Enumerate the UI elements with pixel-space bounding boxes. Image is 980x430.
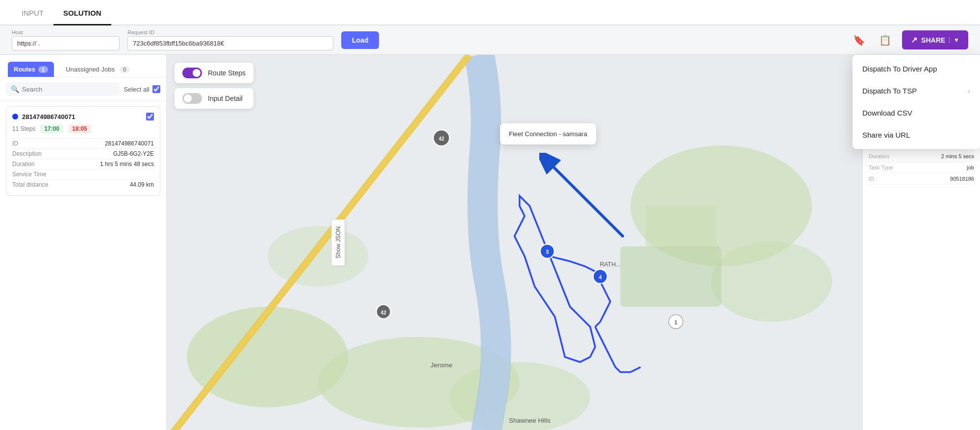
route-checkbox[interactable] (146, 113, 154, 120)
dropdown-item-share-url[interactable]: Share via URL (853, 124, 980, 146)
request-input[interactable] (127, 36, 333, 50)
route-steps-label: Route Steps (208, 69, 246, 77)
svg-text:Shawnee Hills: Shawnee Hills (509, 417, 551, 424)
detail-value-id: 281474986740071 (105, 140, 154, 147)
share-url-label: Share via URL (862, 131, 910, 139)
document-icon-button[interactable]: 📋 (876, 31, 894, 49)
route-steps-toggle[interactable] (182, 68, 202, 78)
sidebar-tab-routes[interactable]: Routes 1 (8, 62, 54, 77)
request-field: Request ID (127, 29, 333, 50)
unassigned-badge: 0 (120, 66, 129, 73)
dp-row-id-3: ID 90518186 (869, 173, 974, 185)
fleet-connection-tooltip: Fleet Connection - samsara (500, 123, 596, 144)
load-button[interactable]: Load (341, 31, 379, 49)
search-input-wrap: 🔍 (6, 82, 120, 96)
dropdown-item-dispatch-driver[interactable]: Dispatch To Driver App (853, 58, 980, 80)
request-label: Request ID (127, 29, 333, 35)
sidebar: Routes 1 Unassigned Jobs 0 🔍 Select all (0, 55, 167, 430)
route-item-header: 281474986740071 (12, 113, 154, 120)
detail-row-svctime: Service Time (12, 169, 154, 179)
dropdown-item-download-csv[interactable]: Download CSV (853, 102, 980, 124)
svg-point-4 (711, 241, 832, 322)
unassigned-label: Unassigned Jobs (66, 66, 115, 73)
show-json-tab[interactable]: Show JSON (331, 219, 345, 265)
route-item: 281474986740071 11 Steps 17:00 18:05 ID … (6, 106, 160, 196)
dp-row-duration-2: Duration 2 mins 5 secs (869, 151, 974, 162)
dispatch-driver-label: Dispatch To Driver App (862, 65, 937, 73)
detail-value-desc: GJ5B-6G2-Y2E (113, 150, 154, 157)
svg-text:4: 4 (599, 274, 602, 280)
tooltip-text: Fleet Connection - samsara (509, 130, 587, 138)
select-all-wrap[interactable]: Select all (124, 85, 160, 93)
map-controls: Route Steps Input Detail (175, 63, 253, 109)
bookmark-icon-button[interactable]: 🔖 (850, 31, 868, 49)
host-label: Host (12, 29, 120, 35)
share-label: SHARE (921, 36, 945, 44)
dp-label-duration-2: Duration (869, 153, 889, 159)
select-all-checkbox[interactable] (152, 85, 160, 93)
share-dropdown-menu: Dispatch To Driver App Dispatch To TSP ›… (853, 55, 980, 149)
share-icon: ↗ (911, 35, 917, 45)
detail-label-id: ID (12, 140, 18, 147)
input-detail-slider (182, 93, 202, 104)
routes-label: Routes (14, 66, 35, 73)
dispatch-tsp-chevron-icon: › (968, 87, 970, 95)
svg-rect-6 (646, 206, 716, 246)
controls-bar: Host Request ID Load 🔖 📋 ↗ SHARE ▼ (0, 25, 980, 55)
dp-label-task-type-2: Task Type (869, 165, 893, 170)
svg-text:42: 42 (439, 136, 445, 142)
download-csv-label: Download CSV (862, 109, 912, 117)
dp-label-id-3: ID (869, 176, 874, 182)
svg-text:RATH...: RATH... (600, 261, 621, 268)
select-all-label: Select all (124, 86, 150, 93)
svg-text:Jerome: Jerome (430, 361, 452, 369)
input-detail-toggle[interactable] (182, 93, 202, 104)
share-chevron-icon: ▼ (949, 37, 959, 44)
svg-point-7 (268, 226, 369, 287)
host-field: Host (12, 29, 120, 50)
dropdown-item-dispatch-tsp[interactable]: Dispatch To TSP › (853, 80, 980, 102)
route-details: ID 281474986740071 Description GJ5B-6G2-… (12, 138, 154, 190)
route-steps-toggle-row: Route Steps (175, 63, 253, 83)
time-start-badge: 17:00 (40, 124, 63, 133)
detail-row-id: ID 281474986740071 (12, 138, 154, 148)
detail-label-distance: Total distance (12, 181, 48, 188)
detail-row-desc: Description GJ5B-6G2-Y2E (12, 148, 154, 159)
svg-rect-5 (620, 246, 721, 307)
detail-label-svctime: Service Time (12, 171, 46, 178)
dp-value-duration-2: 2 mins 5 secs (941, 153, 974, 159)
input-detail-toggle-row: Input Detail (175, 88, 253, 109)
map-area[interactable]: 3 4 42 42 Jerome Shawnee Hills RATH... 1 (167, 55, 862, 430)
dp-row-task-type-2: Task Type job (869, 162, 974, 173)
svg-text:1: 1 (675, 320, 678, 325)
detail-row-duration: Duration 1 hrs 5 mins 48 secs (12, 159, 154, 169)
route-id: 281474986740071 (22, 113, 142, 120)
sidebar-tab-unassigned[interactable]: Unassigned Jobs 0 (60, 62, 135, 77)
search-input[interactable] (22, 86, 115, 93)
detail-label-desc: Description (12, 150, 42, 157)
route-list: 281474986740071 11 Steps 17:00 18:05 ID … (0, 101, 166, 206)
detail-row-distance: Total distance 44.09 km (12, 179, 154, 190)
main-layout: Routes 1 Unassigned Jobs 0 🔍 Select all (0, 55, 980, 430)
dp-value-id-3: 90518186 (950, 176, 974, 182)
dp-value-task-type-2: job (967, 165, 974, 170)
map-background: 3 4 42 42 Jerome Shawnee Hills RATH... 1 (167, 55, 862, 430)
svg-text:3: 3 (546, 249, 549, 255)
tab-input[interactable]: INPUT (12, 2, 53, 25)
share-button[interactable]: ↗ SHARE ▼ (902, 30, 968, 49)
route-steps-slider (182, 68, 202, 78)
time-end-badge: 18:05 (68, 124, 91, 133)
dispatch-tsp-label: Dispatch To TSP (862, 87, 917, 95)
steps-label: 11 Steps (12, 125, 35, 132)
route-dot (12, 114, 18, 119)
svg-text:42: 42 (380, 310, 386, 315)
search-icon: 🔍 (11, 85, 19, 93)
detail-label-duration: Duration (12, 161, 34, 167)
sidebar-tabs: Routes 1 Unassigned Jobs 0 (0, 55, 166, 77)
detail-value-distance: 44.09 km (130, 181, 154, 188)
route-meta: 11 Steps 17:00 18:05 (12, 124, 154, 133)
detail-value-duration: 1 hrs 5 mins 48 secs (100, 161, 154, 167)
routes-badge: 1 (38, 66, 48, 73)
tab-solution[interactable]: SOLUTION (53, 2, 111, 25)
host-input[interactable] (12, 36, 120, 50)
